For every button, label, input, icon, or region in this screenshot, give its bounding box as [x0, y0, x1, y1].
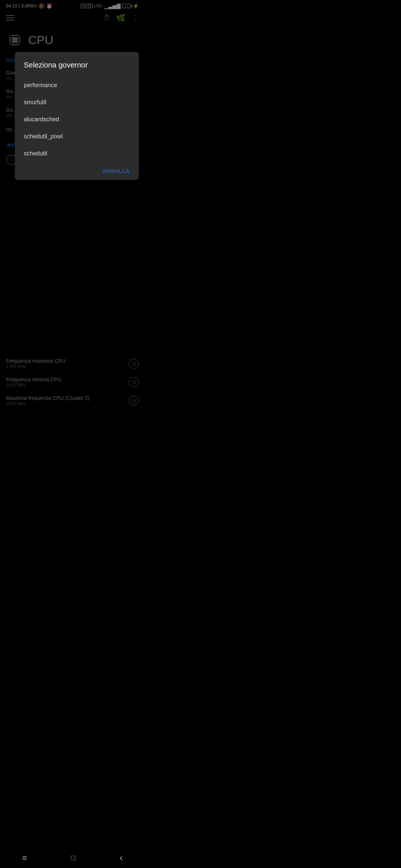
governor-option-schedutil-pixel[interactable]: schedutil_pixel	[24, 128, 130, 145]
dialog-actions: ANNULLA	[24, 162, 130, 174]
governor-select-dialog: Seleziona governor performance smurfutil…	[15, 52, 139, 180]
governor-option-performance[interactable]: performance	[24, 77, 130, 94]
dialog-title: Seleziona governor	[24, 61, 130, 69]
governor-option-alucardsched[interactable]: alucardsched	[24, 111, 130, 128]
governor-option-schedutil[interactable]: schedutil	[24, 145, 130, 162]
cancel-button[interactable]: ANNULLA	[102, 168, 130, 174]
governor-option-smurfutil[interactable]: smurfutil	[24, 94, 130, 111]
